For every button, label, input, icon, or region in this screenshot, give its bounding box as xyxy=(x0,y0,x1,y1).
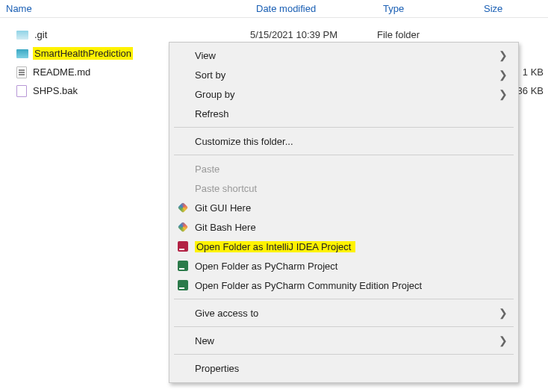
menu-separator xyxy=(174,354,514,355)
menu-separator xyxy=(174,326,514,327)
menu-item-git-gui[interactable]: Git GUI Here xyxy=(169,198,518,217)
menu-item-pycharm-ce[interactable]: Open Folder as PyCharm Community Edition… xyxy=(169,276,518,295)
file-icon xyxy=(16,85,27,97)
column-header-type[interactable]: Type xyxy=(377,1,478,16)
menu-item-view[interactable]: View❯ xyxy=(169,46,518,65)
file-icon xyxy=(16,66,27,78)
chevron-right-icon: ❯ xyxy=(499,335,508,346)
git-icon xyxy=(177,221,189,233)
menu-item-paste: Paste xyxy=(169,159,518,178)
menu-item-group-by[interactable]: Group by❯ xyxy=(169,84,518,104)
folder-icon xyxy=(16,31,28,40)
menu-separator xyxy=(174,127,514,128)
column-header-name[interactable]: Name xyxy=(0,1,250,16)
menu-item-intellij[interactable]: Open Folder as IntelliJ IDEA Project xyxy=(169,237,518,256)
file-date: 5/15/2021 10:39 PM xyxy=(250,29,377,40)
file-name: SmartHealthPrediction xyxy=(33,47,133,60)
menu-item-sort-by[interactable]: Sort by❯ xyxy=(169,65,518,84)
menu-separator xyxy=(174,299,514,299)
folder-icon xyxy=(16,49,28,58)
menu-item-customize-folder[interactable]: Customize this folder... xyxy=(169,131,518,151)
menu-item-pycharm[interactable]: Open Folder as PyCharm Project xyxy=(169,256,518,276)
chevron-right-icon: ❯ xyxy=(499,88,508,100)
column-header-date[interactable]: Date modified xyxy=(250,1,377,16)
context-menu: View❯ Sort by❯ Group by❯ Refresh Customi… xyxy=(169,42,519,383)
file-name: README.md xyxy=(31,66,92,78)
file-name: SHPS.bak xyxy=(31,84,79,97)
chevron-right-icon: ❯ xyxy=(499,307,508,319)
menu-item-give-access-to[interactable]: Give access to❯ xyxy=(169,303,518,323)
file-name: .git xyxy=(33,28,49,41)
pycharm-icon xyxy=(177,260,189,272)
file-explorer-pane: Name Date modified Type Size .git 5/15/2… xyxy=(0,0,548,392)
menu-item-properties[interactable]: Properties xyxy=(169,358,518,378)
menu-item-git-bash[interactable]: Git Bash Here xyxy=(169,217,518,237)
menu-item-refresh[interactable]: Refresh xyxy=(169,104,518,123)
chevron-right-icon: ❯ xyxy=(499,49,508,61)
column-header-row: Name Date modified Type Size xyxy=(0,0,548,18)
menu-separator xyxy=(174,155,514,155)
column-header-size[interactable]: Size xyxy=(478,1,548,16)
chevron-right-icon: ❯ xyxy=(499,69,508,81)
menu-item-new[interactable]: New❯ xyxy=(169,331,518,350)
intellij-icon xyxy=(177,240,189,252)
git-icon xyxy=(177,202,189,214)
menu-item-paste-shortcut: Paste shortcut xyxy=(169,178,518,198)
pycharm-icon xyxy=(177,279,189,291)
file-type: File folder xyxy=(377,29,478,40)
